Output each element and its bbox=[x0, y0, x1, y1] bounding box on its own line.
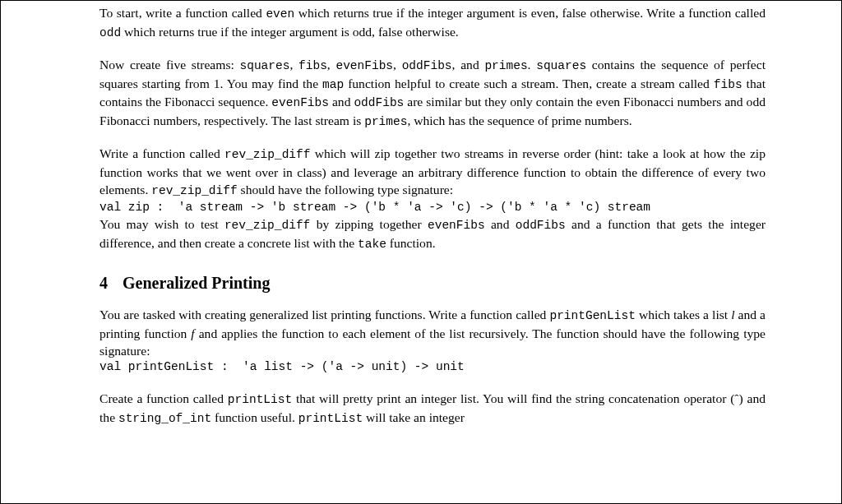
text: Now create five streams: bbox=[99, 58, 240, 72]
paragraph-revzipdiff: Write a function called rev_zip_diff whi… bbox=[99, 145, 766, 199]
code-take: take bbox=[358, 238, 386, 251]
paragraph-even-odd: To start, write a function called even w… bbox=[99, 4, 766, 41]
code-revzipdiff: rev_zip_diff bbox=[224, 148, 310, 161]
paragraph-streams: Now create five streams: squares, fibs, … bbox=[99, 56, 766, 130]
text: Write a function called bbox=[99, 146, 224, 160]
text: and applies the function to each element… bbox=[99, 326, 766, 358]
code-map: map bbox=[322, 78, 344, 91]
text: function helpful to create such a stream… bbox=[344, 76, 714, 90]
text: by zipping together bbox=[310, 217, 428, 231]
code-oddfibs: oddFibs bbox=[402, 59, 452, 72]
code-evenfibs: evenFibs bbox=[335, 59, 393, 72]
text: Create a function called bbox=[99, 391, 228, 405]
code-primes2: primes bbox=[364, 115, 407, 128]
paragraph-printgenlist: You are tasked with creating generalized… bbox=[99, 306, 766, 359]
code-fibs: fibs bbox=[298, 59, 327, 72]
code-even: even bbox=[266, 7, 294, 21]
type-signature-zip: val zip : 'a stream -> 'b stream -> ('b … bbox=[99, 200, 766, 216]
text: which returns true if the integer argume… bbox=[121, 25, 459, 39]
text: You may wish to test bbox=[99, 217, 224, 231]
code-squares: squares bbox=[240, 59, 290, 72]
code-revzipdiff2: rev_zip_diff bbox=[151, 184, 237, 197]
paragraph-test-revzipdiff: You may wish to test rev_zip_diff by zip… bbox=[99, 215, 766, 252]
text: , bbox=[289, 58, 298, 72]
section-number: 4 bbox=[99, 272, 108, 294]
section-title: Generalized Printing bbox=[123, 274, 270, 292]
document-page: To start, write a function called even w… bbox=[0, 0, 842, 504]
type-signature-printgenlist: val printGenList : 'a list -> ('a -> uni… bbox=[99, 359, 766, 376]
code-revzipdiff3: rev_zip_diff bbox=[224, 219, 310, 232]
code-fibs2: fibs bbox=[714, 78, 743, 91]
text: , which has the sequence of prime number… bbox=[407, 113, 632, 127]
code-evenfibs3: evenFibs bbox=[428, 219, 485, 232]
code-oddfibs2: oddFibs bbox=[354, 96, 404, 109]
text: which takes a list bbox=[636, 307, 731, 321]
text: , bbox=[393, 58, 402, 72]
text: function useful. bbox=[211, 410, 298, 424]
text: which returns true if the integer argume… bbox=[294, 6, 766, 20]
code-squares2: squares bbox=[536, 59, 586, 72]
code-printlist2: printList bbox=[298, 412, 363, 425]
code-printgenlist: printGenList bbox=[549, 309, 635, 322]
code-printlist: printList bbox=[228, 393, 292, 406]
text: , bbox=[327, 58, 336, 72]
text: and bbox=[485, 217, 516, 231]
text: To start, write a function called bbox=[99, 6, 266, 20]
code-odd: odd bbox=[99, 26, 121, 39]
section-heading: 4Generalized Printing bbox=[99, 272, 766, 294]
code-oddfibs3: oddFibs bbox=[516, 219, 566, 232]
code-evenfibs2: evenFibs bbox=[271, 96, 329, 109]
code-stringofint: string_of_int bbox=[118, 412, 211, 425]
text: You are tasked with creating generalized… bbox=[99, 307, 549, 321]
text: . bbox=[528, 58, 537, 72]
text: , and bbox=[452, 58, 485, 72]
text: should have the following type signature… bbox=[238, 183, 453, 197]
text: function. bbox=[386, 236, 436, 250]
code-primes: primes bbox=[484, 59, 527, 72]
text: will take an integer bbox=[363, 410, 465, 424]
paragraph-printlist: Create a function called printList that … bbox=[99, 390, 766, 427]
text: and bbox=[329, 95, 354, 109]
